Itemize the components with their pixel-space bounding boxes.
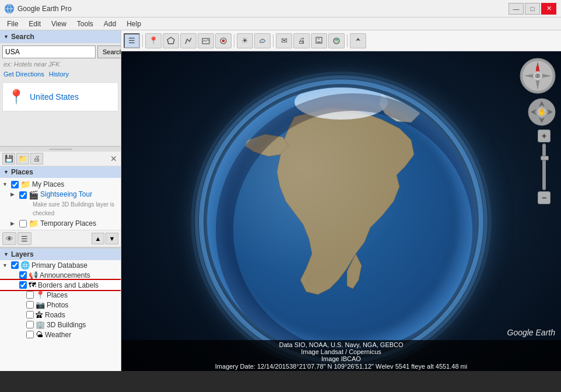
roads-icon: 🛣 [36,310,43,319]
get-directions-link[interactable]: Get Directions [3,71,44,78]
map-options-btn[interactable] [328,33,345,48]
search-input[interactable] [2,46,96,58]
result-pin-icon: 📍 [8,89,25,105]
sightseeing-label[interactable]: Sightseeing Tour [40,190,92,198]
svg-text:N: N [536,65,539,71]
roads-checkbox[interactable] [26,311,34,318]
globe[interactable] [190,70,493,371]
search-hint: ex: Hotels near JFK [0,61,121,69]
layers-arrow: ▼ [3,251,9,257]
zoom-in-btn[interactable]: + [538,130,551,142]
places-up-btn[interactable]: ▲ [92,233,104,244]
atmosphere-btn[interactable] [254,33,271,48]
add-polygon-btn[interactable] [163,33,179,48]
left-panel: ▼ Search Search ex: Hotels near JFK Get … [0,30,121,371]
layer-primary-database[interactable]: ▼ 🌐 Primary Database [0,260,121,270]
app-icon [5,4,14,13]
add-path-btn[interactable] [180,33,197,48]
svg-text:✋: ✋ [538,107,546,116]
my-places-arrow: ▼ [2,181,9,187]
layer-places[interactable]: 📍 Places [0,290,121,300]
attribution-line1: Data SIO, NOAA, U.S. Navy, NGA, GEBCO [279,341,403,348]
sightseeing-checkbox[interactable] [19,191,27,199]
roads-label: Roads [45,311,65,319]
tree-item-my-places[interactable]: ▼ 📁 My Places [0,179,121,190]
ann-checkbox[interactable] [19,271,27,279]
minimize-button[interactable]: — [509,3,524,15]
menu-help[interactable]: Help [122,19,146,29]
places-save-btn[interactable]: 💾 [2,153,15,164]
menu-edit[interactable]: Edit [24,19,45,29]
layer-photos[interactable]: 📷 Photos [0,300,121,310]
tb-sep-2 [234,34,234,47]
fly-to-btn[interactable] [350,33,366,48]
photos-checkbox[interactable] [26,301,34,309]
navigation-compass[interactable]: N [519,57,556,94]
layer-roads[interactable]: 🛣 Roads [0,310,121,320]
tb-sep-1 [142,34,143,47]
places-close-btn[interactable]: ✕ [109,154,118,163]
zoom-out-btn[interactable]: − [538,191,551,204]
eye-altitude: eye alt 4551.48 mi [415,363,467,370]
search-header: ▼ Search [0,30,121,43]
layer-3d-buildings[interactable]: 🏢 3D Buildings [0,320,121,330]
layer-weather[interactable]: 🌤 Weather [0,330,121,340]
history-link[interactable]: History [49,71,69,78]
image-overlay-btn[interactable] [198,33,214,48]
tree-item-sightseeing[interactable]: ▶ 🎬 Sightseeing Tour [0,190,121,200]
close-button[interactable]: ✕ [541,3,556,15]
borders-checkbox[interactable] [19,281,27,289]
tree-item-temporary-places[interactable]: ▶ 📁 Temporary Places [0,218,121,229]
temp-places-checkbox[interactable] [19,220,27,228]
places-list-btn[interactable]: ☰ [17,232,31,245]
places-layer-checkbox[interactable] [26,291,34,299]
search-section: ▼ Search Search ex: Hotels near JFK Get … [0,30,121,147]
result-name: United States [30,92,79,102]
add-placemark-btn[interactable]: 📍 [145,33,162,48]
main-layout: ▼ Search Search ex: Hotels near JFK Get … [0,30,561,371]
menu-add[interactable]: Add [99,19,121,29]
globe-container[interactable] [121,51,561,371]
weather-checkbox[interactable] [26,331,34,338]
borders-label: Borders and Labels [38,281,99,289]
sightseeing-arrow: ▶ [10,191,17,197]
places-folder-btn[interactable]: 📁 [16,153,29,164]
temp-places-arrow: ▶ [10,220,17,226]
places-down-btn[interactable]: ▼ [106,233,118,244]
menu-file[interactable]: File [2,19,23,29]
ann-icon: 📢 [29,271,38,279]
pan-control[interactable]: ✋ [527,97,556,127]
sidebar-toggle-btn[interactable]: ☰ [124,33,140,48]
svg-rect-9 [318,38,320,40]
imagery-date: Imagery Date: 12/14/2015 [215,363,289,370]
search-arrow: ▼ [3,34,9,40]
my-places-checkbox[interactable] [11,181,19,188]
places-header: ▼ Places [0,166,121,178]
primary-db-checkbox[interactable] [11,261,19,269]
record-tour-btn[interactable] [215,33,232,48]
zoom-thumb[interactable] [541,156,549,160]
zoom-track[interactable] [542,144,546,190]
search-button[interactable]: Search [97,46,121,58]
email-btn[interactable]: ✉ [276,33,292,48]
google-earth-watermark: Google Earth [507,328,556,337]
save-image-btn[interactable] [311,33,327,48]
search-result[interactable]: 📍 United States [2,82,118,111]
places-section: 💾 📁 🖨 ✕ ▼ Places ▼ 📁 My Places [0,152,121,248]
layers-section: ▼ Layers ▼ 🌐 Primary Database 📢 Announce… [0,248,121,371]
layer-borders-labels[interactable]: 🗺 Borders and Labels [0,280,121,290]
menu-view[interactable]: View [47,19,71,29]
layer-announcements[interactable]: 📢 Announcements [0,270,121,280]
sun-btn[interactable]: ☀ [237,33,253,48]
buildings-checkbox[interactable] [26,321,34,328]
map-area[interactable]: ☰ 📍 ☀ ✉ 🖨 [121,30,561,371]
coordinates: 38°21'07.78" N 109°26'51.12" W [289,363,381,370]
places-view-btn[interactable]: 👁 [2,232,16,245]
menu-tools[interactable]: Tools [72,19,98,29]
places-title: Places [11,168,33,176]
maximize-button[interactable]: □ [525,3,540,15]
print-btn[interactable]: 🖨 [293,33,310,48]
places-print-btn[interactable]: 🖨 [30,153,43,164]
places-tree: ▼ 📁 My Places ▶ 🎬 Sightseeing Tour Make … [0,178,121,230]
tb-sep-4 [347,34,348,47]
